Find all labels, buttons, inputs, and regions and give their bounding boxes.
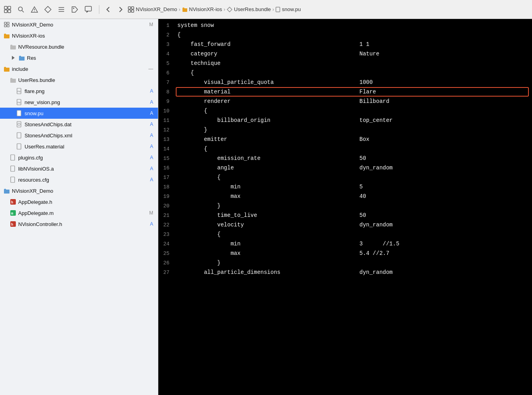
warning-icon[interactable] bbox=[30, 5, 39, 14]
code-line: materialFlare bbox=[177, 87, 526, 97]
svg-rect-18 bbox=[131, 10, 134, 12]
sidebar-item-snow-pu[interactable]: snow.pu A bbox=[0, 108, 158, 119]
line-number: 14 bbox=[162, 144, 174, 154]
sidebar-item-nvisionxr-demo-root[interactable]: NVisionXR_Demo M bbox=[0, 19, 158, 30]
sidebar-badge: A bbox=[150, 133, 155, 138]
code-line-text: time_to_live50 bbox=[177, 211, 526, 220]
sidebar-item-stonesandchips-xml[interactable]: StonesAndChips.xml A bbox=[0, 130, 158, 141]
sidebar-item-label: UserRes.bundle bbox=[18, 77, 152, 83]
file-h-icon: h bbox=[10, 198, 17, 205]
code-line-text: min3 //1.5 bbox=[177, 239, 526, 249]
sidebar-item-appdelegate-h[interactable]: h AppDelegate.h bbox=[0, 196, 158, 207]
sidebar-item-res[interactable]: Res bbox=[0, 52, 158, 63]
search-icon[interactable] bbox=[17, 5, 25, 14]
line-number: 7 bbox=[162, 78, 174, 87]
breadcrumb-item-4[interactable]: snow.pu bbox=[276, 6, 301, 12]
sidebar-badge: A bbox=[150, 122, 155, 127]
code-line-text: { bbox=[177, 30, 526, 40]
code-editor[interactable]: 1234567891011121314151617181920212223242… bbox=[158, 19, 532, 395]
sidebar-item-label: UserRes.material bbox=[25, 144, 148, 150]
code-line: } bbox=[177, 125, 526, 135]
svg-rect-21 bbox=[4, 22, 6, 24]
svg-rect-1 bbox=[8, 6, 11, 9]
line-number: 25 bbox=[162, 249, 174, 258]
sidebar-item-nvisionxr-ios[interactable]: NVisionXR-ios bbox=[0, 30, 158, 41]
sidebar-badge: M bbox=[149, 210, 155, 216]
code-line: angledyn_random bbox=[177, 163, 526, 173]
sidebar-item-nvisionxr-demo-group[interactable]: NVisionXR_Demo bbox=[0, 185, 158, 196]
sidebar: NVisionXR_Demo M NVisionXR-ios NVResourc… bbox=[0, 19, 158, 395]
code-line-text: all_particle_dimensionsdyn_random bbox=[177, 268, 526, 277]
sidebar-item-label: libNVisioniOS.a bbox=[18, 166, 148, 172]
breadcrumb-item-1[interactable]: NVisionXR_Demo bbox=[128, 6, 177, 13]
svg-rect-34 bbox=[11, 155, 15, 160]
code-line: all_particle_dimensionsdyn_random bbox=[177, 268, 526, 277]
nav-forward-button[interactable] bbox=[116, 5, 125, 14]
folder-yellow-icon bbox=[3, 32, 10, 39]
breadcrumb-item-2[interactable]: NVisionXR-ios bbox=[182, 6, 222, 12]
sidebar-item-nvisioncontroller-h[interactable]: h NVisionController.h A bbox=[0, 218, 158, 230]
grid-icon[interactable] bbox=[3, 5, 12, 14]
list-icon[interactable] bbox=[57, 5, 66, 14]
code-line: { bbox=[177, 230, 526, 239]
svg-rect-15 bbox=[128, 7, 131, 9]
code-line-text: { bbox=[177, 173, 526, 182]
sidebar-item-flare-png[interactable]: PNG flare.png A bbox=[0, 85, 158, 97]
sidebar-item-stonesandchips-dat[interactable]: StonesAndChips.dat A bbox=[0, 119, 158, 130]
sidebar-item-label: Res bbox=[27, 55, 152, 61]
svg-point-4 bbox=[19, 7, 23, 11]
code-line: emitterBox bbox=[177, 135, 526, 144]
code-line-text: } bbox=[177, 201, 526, 211]
code-line: max40 bbox=[177, 192, 526, 201]
sidebar-item-plugins-cfg[interactable]: plugins.cfg A bbox=[0, 152, 158, 163]
sidebar-item-nvresource-bundle[interactable]: NVResource.bundle bbox=[0, 41, 158, 52]
code-line: billboard_origintop_center bbox=[177, 116, 526, 125]
line-number: 6 bbox=[162, 68, 174, 78]
sidebar-item-userres-material[interactable]: UserRes.material A bbox=[0, 141, 158, 152]
sidebar-item-label: plugins.cfg bbox=[18, 155, 148, 161]
code-line-text: system snow bbox=[177, 21, 526, 30]
code-line: fast_forward1 1 bbox=[177, 40, 526, 49]
sidebar-item-label: NVisionController.h bbox=[18, 221, 148, 227]
sidebar-item-userres-bundle[interactable]: UserRes.bundle bbox=[0, 74, 158, 85]
sidebar-item-appdelegate-m[interactable]: m AppDelegate.m M bbox=[0, 207, 158, 218]
sidebar-item-libnvisionios[interactable]: libNVisioniOS.a A bbox=[0, 163, 158, 174]
sidebar-item-new-vision-png[interactable]: PNG new_vision.png A bbox=[0, 97, 158, 108]
svg-rect-22 bbox=[7, 22, 9, 24]
sidebar-item-label: NVisionXR_Demo bbox=[12, 188, 152, 194]
breadcrumb-label-4: snow.pu bbox=[282, 6, 301, 12]
code-line-text: max5.4 //2.7 bbox=[177, 249, 526, 258]
line-number: 9 bbox=[162, 97, 174, 106]
sidebar-badge: — bbox=[148, 66, 155, 72]
line-number: 16 bbox=[162, 163, 174, 173]
svg-rect-20 bbox=[276, 7, 280, 12]
line-number: 26 bbox=[162, 258, 174, 268]
svg-marker-9 bbox=[45, 6, 51, 13]
line-number: 11 bbox=[162, 116, 174, 125]
sidebar-item-label: new_vision.png bbox=[25, 99, 148, 105]
line-number: 19 bbox=[162, 192, 174, 201]
code-line: emission_rate50 bbox=[177, 154, 526, 163]
code-line-text: visual_particle_quota1000 bbox=[177, 78, 526, 87]
sidebar-badge: A bbox=[150, 88, 155, 94]
file-material-icon bbox=[16, 143, 23, 150]
sidebar-badge: A bbox=[150, 99, 155, 105]
code-line: } bbox=[177, 258, 526, 268]
diamond-icon[interactable] bbox=[44, 5, 52, 14]
sidebar-item-resources-cfg[interactable]: resources.cfg A bbox=[0, 174, 158, 185]
code-line: max5.4 //2.7 bbox=[177, 249, 526, 258]
sidebar-item-include[interactable]: include — bbox=[0, 63, 158, 74]
triangle-right-icon bbox=[10, 54, 17, 61]
breadcrumb-item-3[interactable]: UserRes.bundle bbox=[227, 6, 271, 12]
line-number: 15 bbox=[162, 154, 174, 163]
code-line: { bbox=[177, 144, 526, 154]
code-line-text: max40 bbox=[177, 192, 526, 201]
code-line: visual_particle_quota1000 bbox=[177, 78, 526, 87]
folder-blue-group-icon bbox=[3, 187, 10, 194]
code-line-text: technique bbox=[177, 59, 526, 68]
code-line-text: rendererBillboard bbox=[177, 97, 526, 106]
tag-icon[interactable] bbox=[70, 5, 79, 14]
nav-back-button[interactable] bbox=[104, 5, 113, 14]
comment-icon[interactable] bbox=[84, 5, 93, 14]
grid-small-icon bbox=[3, 21, 10, 28]
